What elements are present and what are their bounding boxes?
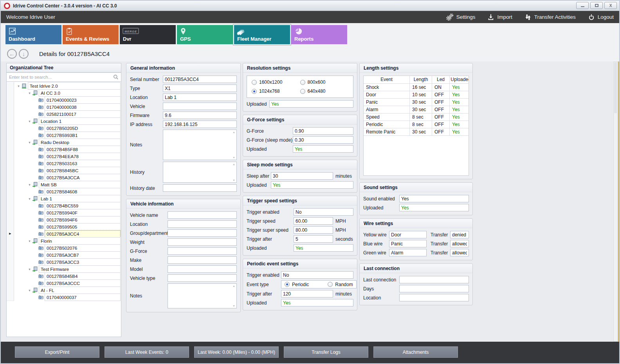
expand-arrow-icon[interactable]: ▾ <box>27 139 32 146</box>
tree-row[interactable]: 025821100017 <box>7 110 121 118</box>
tree-row[interactable]: 00127B503163 <box>7 160 121 167</box>
location-field[interactable] <box>163 94 237 101</box>
last-week-0-00-miles-0-00-mph--button[interactable]: Last Week: 0.00 (Miles) - 0.00 (MPH) <box>194 346 279 358</box>
location-field[interactable] <box>168 220 237 228</box>
group-department-field[interactable] <box>168 229 237 237</box>
export-print-button[interactable]: Export/Print <box>15 346 99 358</box>
transfer-field[interactable] <box>450 231 469 238</box>
transfer-field[interactable] <box>450 249 469 256</box>
tree-row[interactable]: 00127B5845B4 <box>7 272 121 280</box>
notes-textarea[interactable]: ▲▼ <box>168 283 237 308</box>
tree-row[interactable]: 017040000023 <box>7 96 121 104</box>
tab-dvr[interactable]: MERGEDvr <box>120 25 176 44</box>
tree-row[interactable]: ▾Test Idrive 2.0 <box>7 82 121 90</box>
scroll-up-icon[interactable]: ▲ <box>232 285 235 287</box>
expand-arrow-icon[interactable]: ▾ <box>27 265 32 273</box>
tree-row[interactable]: 00127B5A3CC3 <box>7 258 121 266</box>
tree-row[interactable]: ▾Florin <box>7 237 121 245</box>
type-field[interactable] <box>163 85 237 92</box>
yellow-wire-field[interactable] <box>389 231 427 238</box>
scroll-up-icon[interactable]: ▲ <box>232 131 235 133</box>
radio-option[interactable]: 1600x1200 <box>252 79 300 85</box>
vehicle-name-field[interactable] <box>168 211 237 219</box>
tree-row[interactable]: ▾Location 1 <box>7 117 121 125</box>
green-wire-field[interactable] <box>389 249 427 256</box>
maximize-button[interactable] <box>590 2 603 9</box>
scroll-up-icon[interactable]: ▲ <box>232 163 235 166</box>
close-button[interactable]: X <box>604 2 617 9</box>
notes-textarea[interactable]: ▲▼ <box>163 130 237 160</box>
tree-row[interactable]: ▾Lab 1 <box>7 195 121 202</box>
tree-row[interactable]: 00127B4BC559 <box>7 202 121 209</box>
tree-row[interactable]: 00127B5994F6 <box>7 216 121 223</box>
tree-search-input[interactable] <box>7 72 121 82</box>
radio-option[interactable]: 640x480 <box>300 88 349 94</box>
sound-enabled-field[interactable] <box>399 195 469 202</box>
scroll-down-button[interactable]: ↓ <box>19 49 29 59</box>
make-field[interactable] <box>168 256 237 264</box>
tree-row[interactable]: 00127B599505 <box>7 223 121 231</box>
back-button[interactable]: ← <box>7 49 17 59</box>
history-date-field[interactable] <box>163 184 237 192</box>
tree-row[interactable]: 017040000037 <box>7 294 121 301</box>
tree-row[interactable]: 00127B4B5F88 <box>7 146 121 153</box>
transfer-activities-button[interactable]: Transfer Activities <box>524 13 576 21</box>
expand-arrow-icon[interactable]: ▾ <box>16 82 21 90</box>
last-connection-field[interactable] <box>399 276 469 283</box>
tab-dashboard[interactable]: Dashboard <box>5 25 61 44</box>
trigger-enabled-field[interactable] <box>281 271 353 279</box>
model-field[interactable] <box>168 265 237 273</box>
last-week-events-0-button[interactable]: Last Week Events: 0 <box>105 346 189 358</box>
expand-arrow-icon[interactable]: ▾ <box>27 89 32 97</box>
tab-events-reviews[interactable]: Events & Reviews <box>63 25 119 44</box>
scroll-down-icon[interactable]: ▼ <box>232 156 235 159</box>
tree-row[interactable]: 00127B4EEA78 <box>7 153 121 160</box>
tab-gps[interactable]: GPS <box>177 25 233 44</box>
minimize-button[interactable] <box>576 2 589 9</box>
tree-row[interactable]: ▾AI - FL <box>7 287 121 294</box>
tree-row[interactable]: ▾AI CC 3.0 <box>7 89 121 97</box>
ip-address-field[interactable] <box>163 121 237 128</box>
scroll-down-icon[interactable]: ▼ <box>232 179 235 182</box>
expand-arrow-icon[interactable]: ▾ <box>27 237 32 245</box>
trigger-super-speed-field[interactable] <box>294 226 333 234</box>
serial-number-field[interactable] <box>163 76 237 83</box>
tree-row[interactable]: ▾Radu Desktop <box>7 139 121 146</box>
transfer-logs-button[interactable]: Transfer Logs <box>284 346 368 358</box>
tree-row[interactable]: 00127B59940F <box>7 209 121 216</box>
tree-row[interactable]: 00127B50205D <box>7 124 121 132</box>
tree-row[interactable]: ▾Matt SB <box>7 181 121 188</box>
expand-arrow-icon[interactable]: ▾ <box>27 195 32 202</box>
scrollbar-thumb[interactable] <box>614 62 617 113</box>
radio-option[interactable]: 1024x768 <box>252 88 300 94</box>
tab-fleet-manager[interactable]: Fleet Manager <box>234 25 290 44</box>
trigger-speed-field[interactable] <box>294 217 333 225</box>
tree-row[interactable]: 00127B5A3CB7 <box>7 251 121 259</box>
tree-row[interactable]: 017040000038 <box>7 103 121 111</box>
days-field[interactable] <box>399 285 469 292</box>
tab-reports[interactable]: Reports <box>291 25 347 44</box>
location-field[interactable] <box>399 294 469 301</box>
tree-row[interactable]: ▾Test Firmware <box>7 265 121 273</box>
expand-arrow-icon[interactable]: ▾ <box>27 287 32 294</box>
scroll-down-icon[interactable]: ▼ <box>232 305 235 307</box>
tree-row[interactable]: 00127B5A3CCC <box>7 279 121 287</box>
tree-row[interactable]: 00127B584608 <box>7 188 121 195</box>
settings-button[interactable]: Settings <box>445 13 476 22</box>
radio-option[interactable]: Random <box>328 282 353 287</box>
g-force-field[interactable] <box>168 247 237 255</box>
vehicle-field[interactable] <box>163 103 237 110</box>
vertical-scrollbar[interactable] <box>613 61 618 342</box>
history-textarea[interactable]: ▲▼ <box>163 162 237 183</box>
import-button[interactable]: Import <box>487 13 512 21</box>
logout-button[interactable]: Logout <box>588 13 614 21</box>
tree-row[interactable]: 00127B502076 <box>7 244 121 252</box>
g-force-sleep-mode--field[interactable] <box>293 136 353 144</box>
expand-arrow-icon[interactable]: ▾ <box>27 181 32 188</box>
tree-row[interactable]: 00127B5993B1 <box>7 132 121 139</box>
radio-option[interactable]: 800x600 <box>300 79 349 85</box>
trigger-after-field[interactable] <box>294 235 333 243</box>
firmware-field[interactable] <box>163 112 237 119</box>
blue-wire-field[interactable] <box>389 240 427 247</box>
trigger-after-field[interactable] <box>281 290 333 297</box>
